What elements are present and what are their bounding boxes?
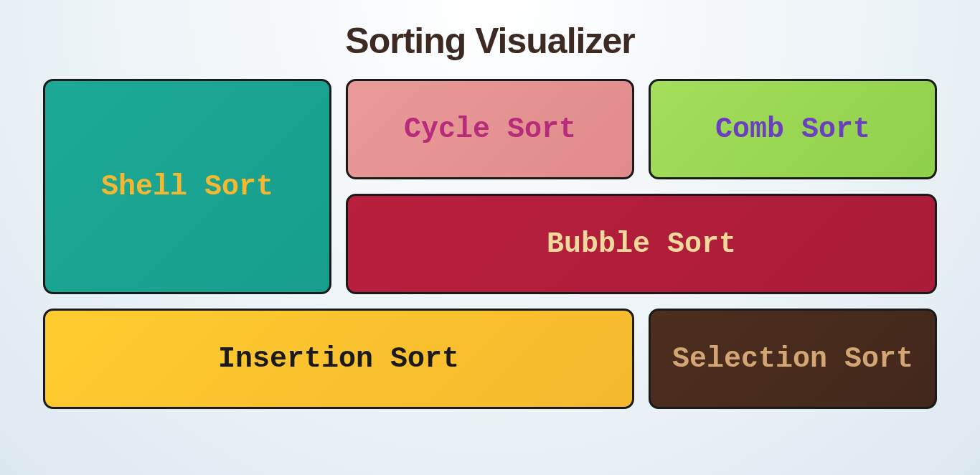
- cycle-sort-card[interactable]: Cycle Sort: [346, 79, 634, 179]
- bubble-sort-label: Bubble Sort: [547, 228, 736, 260]
- selection-sort-label: Selection Sort: [672, 343, 913, 375]
- comb-sort-label: Comb Sort: [715, 113, 870, 146]
- page-title: Sorting Visualizer: [0, 0, 980, 79]
- insertion-sort-card[interactable]: Insertion Sort: [43, 309, 634, 409]
- insertion-sort-label: Insertion Sort: [218, 343, 459, 375]
- bubble-sort-card[interactable]: Bubble Sort: [346, 194, 937, 294]
- algorithm-grid: Shell Sort Cycle Sort Comb Sort Bubble S…: [0, 79, 980, 409]
- comb-sort-card[interactable]: Comb Sort: [649, 79, 937, 179]
- selection-sort-card[interactable]: Selection Sort: [649, 309, 937, 409]
- shell-sort-card[interactable]: Shell Sort: [43, 79, 331, 294]
- shell-sort-label: Shell Sort: [101, 171, 273, 203]
- cycle-sort-label: Cycle Sort: [404, 113, 576, 146]
